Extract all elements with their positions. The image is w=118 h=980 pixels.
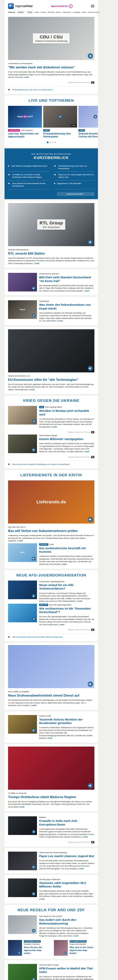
carousel-thumbnail[interactable]: 2 Min bbox=[43, 106, 77, 127]
quick-link[interactable]: Neue Einheit für Drohnenabwehr bei der B… bbox=[8, 180, 48, 189]
story-image-large[interactable] bbox=[8, 645, 94, 688]
tagesschau24-live-link[interactable]: tagesschau24 live bbox=[51, 4, 73, 8]
carousel-item-title[interactable]: Jetzt live: Nachrichten auf tagesschau24 bbox=[8, 132, 42, 138]
story-headline[interactable]: Keinen Millimeter nachgegeben bbox=[39, 437, 94, 441]
carousel-thumbnail[interactable] bbox=[78, 106, 98, 127]
pagination-dot[interactable] bbox=[50, 142, 51, 143]
quick-link[interactable]: Putin trifft US-Gesandten Witkoff laut K… bbox=[8, 163, 48, 172]
nav-item-inland[interactable]: Inland bbox=[35, 11, 39, 13]
quick-link[interactable]: Papst Leo XIV. macht jungen Menschen im … bbox=[54, 172, 95, 180]
video-camera-icon[interactable] bbox=[91, 628, 94, 631]
quick-link[interactable]: Probeabstimmung in der Union zur Rentenr… bbox=[54, 163, 95, 172]
mehr-link[interactable]: | mehr bbox=[29, 388, 35, 391]
story-thumbnail[interactable]: Enpal. bbox=[8, 300, 37, 319]
story-headline[interactable]: RTL streicht 600 Stellen bbox=[8, 251, 94, 255]
story-headline[interactable]: Was hinter den Rekordumsätzen von Enpal … bbox=[39, 303, 94, 310]
carousel-item-title[interactable]: Enquete-Kommission Corona mit Drosten bbox=[78, 132, 98, 138]
nav-item-videos-audios[interactable]: Videos & Audios bbox=[88, 11, 99, 13]
mehr-link[interactable]: | mehr bbox=[82, 836, 88, 838]
story-headline[interactable]: BDI-Chef sieht Standort Deutschland "im … bbox=[39, 275, 94, 283]
story-thumbnail[interactable] bbox=[8, 434, 37, 453]
teaser-item[interactable]: IN EIGENER SACHEFragen und AntwortenWas … bbox=[54, 940, 95, 956]
mehr-link[interactable]: | mehr bbox=[34, 262, 40, 264]
story-thumbnail[interactable]: Wolt bbox=[8, 543, 37, 562]
teaser-thumbnail[interactable] bbox=[8, 940, 22, 956]
story-headline[interactable]: Worüber in Moskau jetzt verhandelt wird bbox=[39, 409, 94, 416]
story-thumbnail[interactable] bbox=[8, 964, 37, 980]
nav-item-ukraine[interactable]: Ukraine bbox=[16, 11, 25, 14]
mehr-link[interactable]: | mehr bbox=[23, 76, 29, 78]
carousel-item[interactable]: 2 MinVIDEOProbeabstimmung über Rentenpak… bbox=[43, 106, 77, 138]
mehr-link[interactable]: | mehr bbox=[84, 450, 90, 453]
video-camera-icon[interactable] bbox=[91, 431, 94, 433]
mehr-link[interactable]: | mehr bbox=[84, 290, 90, 292]
nav-item-wissen[interactable]: Wissen bbox=[56, 11, 61, 13]
story-image-large[interactable]: CDU / CSUFraktion im Deutschen Bundestag bbox=[8, 17, 94, 60]
menu-icon[interactable] bbox=[91, 5, 94, 7]
story-headline[interactable]: "Wir werden noch viel diskutieren müssen… bbox=[8, 65, 94, 69]
nav-item-investigativ[interactable]: Investigativ bbox=[73, 11, 81, 13]
mehr-link[interactable]: | mehr bbox=[19, 806, 24, 808]
story-thumbnail[interactable] bbox=[8, 852, 37, 870]
mehr-link[interactable]: | mehr bbox=[57, 320, 63, 322]
teaser-thumbnail[interactable] bbox=[54, 940, 68, 956]
carousel-item[interactable]: VIDEOEnquete-Kommission Corona mit Drost… bbox=[78, 106, 98, 138]
story-image-large[interactable]: Lieferando.de bbox=[8, 480, 94, 523]
video-camera-icon[interactable] bbox=[91, 456, 94, 458]
story-image-large[interactable] bbox=[8, 746, 94, 790]
story-thumbnail[interactable] bbox=[8, 915, 37, 934]
pagination-dot[interactable] bbox=[52, 142, 53, 143]
story-thumbnail[interactable] bbox=[8, 878, 37, 897]
story-headline[interactable]: Neuer Anlauf für ein AfD-Verbotsverfahre… bbox=[39, 583, 94, 590]
carousel-item-title[interactable]: Probeabstimmung über Rentenpaket bbox=[43, 132, 77, 138]
mehr-link[interactable]: | mehr bbox=[52, 426, 57, 428]
mehr-link[interactable]: | mehr bbox=[78, 867, 84, 870]
mehr-link[interactable]: | mehr bbox=[31, 704, 37, 706]
story-thumbnail[interactable] bbox=[8, 715, 37, 733]
story-headline[interactable]: Bas will Verbot von Subunternehmern prüf… bbox=[8, 529, 94, 533]
nav-item-wetter[interactable]: Wetter bbox=[82, 11, 86, 13]
story-thumbnail[interactable] bbox=[8, 604, 37, 622]
story-headline[interactable]: Das ausbeuterische Geschäft mit Kurieren bbox=[39, 546, 94, 554]
quick-link[interactable]: tagesschau in 100 Sekunden bbox=[54, 180, 95, 189]
story-image-large[interactable] bbox=[8, 329, 94, 372]
audio-link[interactable]: AfD-Kreisverband zieht nach Eichwald-Auf… bbox=[8, 633, 94, 638]
audio-link[interactable]: Macron pocht auf europäische Beteiligung… bbox=[8, 461, 94, 465]
story-thumbnail[interactable] bbox=[8, 816, 37, 835]
story-thumbnail[interactable] bbox=[8, 581, 37, 599]
story-headline[interactable]: Neue Drohnenabwehreinheit nimmt Dienst a… bbox=[8, 694, 94, 697]
mehr-link[interactable]: | mehr bbox=[18, 539, 23, 542]
mehr-link[interactable]: | mehr bbox=[73, 935, 79, 937]
pagination-dot[interactable] bbox=[47, 142, 48, 143]
carousel-item[interactable]: tagesschau24LIVESTREAMARD-ProgrammJetzt … bbox=[8, 106, 42, 138]
story-headline[interactable]: Trumps Drohkulisse stärkt Maduros Regime bbox=[8, 795, 94, 799]
nav-item-wirtschaft[interactable]: Wirtschaft bbox=[48, 11, 55, 13]
story-thumbnail[interactable] bbox=[8, 406, 37, 425]
story-image-large[interactable]: RTL GroupRTL Deutschland bbox=[8, 203, 94, 246]
nav-item-trump[interactable]: Trump bbox=[26, 11, 34, 14]
quick-link[interactable]: US-Militär vor Venezuela: Trumps Drohkul… bbox=[8, 172, 48, 180]
story-headline[interactable]: Krawalle in Sofia nach Anti-Korruptions-… bbox=[39, 819, 94, 826]
mehr-link[interactable]: | mehr bbox=[77, 600, 82, 602]
tagesschau-logo[interactable]: tagesschau bbox=[8, 3, 32, 9]
story-headline[interactable]: Papst Leo macht Libanons Jugend Mut bbox=[39, 854, 94, 858]
teaser-title[interactable]: Neue Version der tagesschau-App online bbox=[24, 946, 49, 955]
mehr-link[interactable]: | mehr bbox=[47, 737, 53, 739]
story-headline[interactable]: Das ändert sich durch den Reformstaatsve… bbox=[39, 918, 94, 925]
story-thumbnail[interactable] bbox=[8, 273, 37, 291]
nav-item-startseite[interactable]: Startseite bbox=[8, 11, 15, 13]
story-headline[interactable]: Wie rechtsextrem ist die "Generation Deu… bbox=[39, 607, 94, 614]
teaser-title[interactable]: Was sich in der neuen tagesschau-App änd… bbox=[70, 946, 95, 955]
story-headline[interactable]: EU-Kommission offen für "alle Technologi… bbox=[8, 378, 94, 382]
mehr-link[interactable]: | mehr bbox=[59, 624, 65, 626]
carousel-thumbnail[interactable]: tagesschau24 bbox=[8, 106, 42, 127]
more-button[interactable]: Neueste Nachrichten› bbox=[57, 192, 94, 196]
mehr-link[interactable]: | mehr bbox=[39, 898, 45, 900]
story-headline[interactable]: Starbucks zahlt Angestellten 35,5 Millio… bbox=[39, 881, 94, 888]
teaser-item[interactable]: IN EIGENER SACHEErweiterte FunktionenNeu… bbox=[8, 940, 49, 956]
audio-link[interactable]: Probeabstimmung in der Union zur Rentenr… bbox=[8, 86, 94, 91]
video-camera-icon[interactable] bbox=[91, 81, 94, 84]
pagination-dot[interactable] bbox=[55, 142, 56, 143]
story-headline[interactable]: DFB-Frauen wollen in Madrid den Titel ho… bbox=[39, 967, 94, 974]
audio-icon[interactable] bbox=[91, 841, 94, 843]
